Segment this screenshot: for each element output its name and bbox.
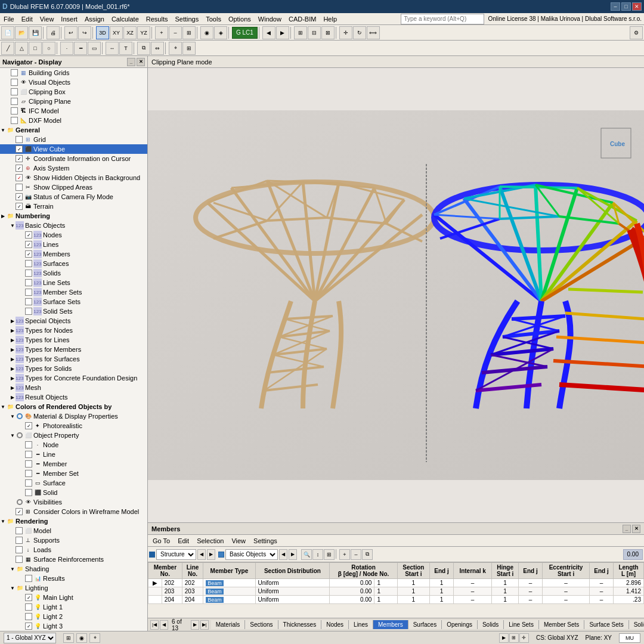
tree-item-clipped-areas[interactable]: ✂ Show Clipped Areas: [0, 182, 147, 192]
expand-colors[interactable]: ▼: [0, 402, 6, 411]
panel-menu-settings[interactable]: Settings: [250, 536, 281, 546]
tree-item-special-objects[interactable]: ▶ 123 Special Objects: [0, 316, 147, 326]
expand-light2[interactable]: [19, 612, 25, 621]
render-button[interactable]: ◉: [200, 26, 213, 39]
check-axis[interactable]: [16, 165, 23, 172]
tree-item-material-display[interactable]: ▼ 🎨 Material & Display Properties: [0, 411, 147, 421]
menu-cad-bim[interactable]: CAD-BIM: [285, 13, 320, 24]
status-tool-3[interactable]: ✛: [519, 633, 529, 643]
expand-hidden-bg[interactable]: [10, 173, 16, 182]
tree-item-mesh[interactable]: ▶ 123 Mesh: [0, 383, 147, 392]
page-last-btn[interactable]: ▶|: [200, 620, 209, 630]
tree-item-visual-objects[interactable]: 👁 Visual Objects: [0, 78, 147, 87]
tab-materials[interactable]: Materials: [211, 620, 246, 629]
check-lines[interactable]: [25, 241, 32, 248]
tree-item-colors[interactable]: ▼ 📁 Colors of Rendered Objects by: [0, 402, 147, 411]
text-button[interactable]: T: [119, 42, 132, 55]
tree-item-types-members[interactable]: ▶ 123 Types for Members: [0, 345, 147, 354]
menu-view[interactable]: View: [36, 13, 58, 24]
dim-button[interactable]: ↔: [106, 42, 119, 55]
tab-lines[interactable]: Lines: [349, 620, 373, 629]
save-button[interactable]: 💾: [29, 26, 42, 39]
tree-item-line[interactable]: ━ Line: [0, 450, 147, 459]
radio-material-display[interactable]: [17, 413, 23, 419]
check-clipped-areas[interactable]: [16, 184, 23, 191]
tree-item-solids[interactable]: 123 Solids: [0, 268, 147, 278]
check-solid-sets[interactable]: [25, 308, 32, 315]
tab-openings[interactable]: Openings: [442, 620, 478, 629]
tree-item-member[interactable]: ━ Member: [0, 459, 147, 469]
check-building-grids[interactable]: [11, 69, 18, 76]
expand-shading[interactable]: ▼: [10, 564, 16, 574]
viewport-3d[interactable]: Cube: [148, 68, 644, 522]
view-3d-button[interactable]: 3D: [96, 26, 109, 39]
expand-object-property[interactable]: ▼: [10, 431, 16, 440]
filter-next-btn[interactable]: ▶: [207, 549, 215, 560]
status-tool-2[interactable]: ⊞: [509, 633, 519, 643]
expand-surfaces-nav[interactable]: [19, 259, 25, 268]
panel-menu-selection[interactable]: Selection: [193, 536, 227, 546]
page-prev-btn[interactable]: ◀: [160, 620, 168, 630]
surface-button[interactable]: ▭: [88, 42, 101, 55]
table-insert-btn[interactable]: +: [339, 549, 350, 560]
tree-item-result-objects[interactable]: ▶ 123 Result Objects: [0, 392, 147, 402]
tree-item-hidden-bg[interactable]: 👁 Show Hidden Objects in Background: [0, 173, 147, 182]
tree-item-model[interactable]: ⬜ Model: [0, 526, 147, 535]
tree-item-axis[interactable]: ⊕ Axis System: [0, 163, 147, 173]
expand-member[interactable]: [19, 459, 25, 469]
menu-calculate[interactable]: Calculate: [108, 13, 143, 24]
check-coord-info[interactable]: [16, 155, 23, 162]
check-model[interactable]: [16, 527, 23, 534]
expand-types-nodes[interactable]: ▶: [10, 326, 16, 335]
check-main-light[interactable]: [25, 594, 32, 601]
check-node[interactable]: [25, 441, 32, 448]
expand-types-lines[interactable]: ▶: [10, 335, 16, 345]
tree-item-types-solids[interactable]: ▶ 123 Types for Solids: [0, 364, 147, 373]
expand-numbering[interactable]: ▶: [0, 211, 6, 221]
tab-line-sets[interactable]: Line Sets: [504, 620, 539, 629]
expand-line-sets[interactable]: [19, 278, 25, 287]
new-button[interactable]: 📄: [1, 26, 14, 39]
expand-members-nav[interactable]: [19, 249, 25, 259]
select-all-button[interactable]: ⊞: [294, 26, 307, 39]
panel-menu-goto[interactable]: Go To: [149, 536, 174, 546]
panel-menu-edit[interactable]: Edit: [174, 536, 193, 546]
deselect-button[interactable]: ⊟: [308, 26, 321, 39]
table-delete-btn[interactable]: –: [351, 549, 361, 560]
check-surface-reinforcements[interactable]: [16, 556, 23, 563]
expand-main-light[interactable]: [19, 593, 25, 602]
minimize-button[interactable]: –: [611, 2, 620, 11]
view-xz-button[interactable]: XZ: [123, 26, 137, 39]
menu-options[interactable]: Options: [225, 13, 255, 24]
expand-loads[interactable]: [10, 545, 16, 555]
draw-poly-button[interactable]: △: [15, 42, 28, 55]
expand-clipping-plane[interactable]: [5, 97, 11, 106]
tree-item-solid-sets[interactable]: 123 Solid Sets: [0, 306, 147, 316]
tree-item-terrain[interactable]: 🏔 Terrain: [0, 202, 147, 211]
check-surface-sets[interactable]: [25, 298, 32, 305]
expand-solids[interactable]: [19, 268, 25, 278]
tree-item-rendering[interactable]: ▼ 📁 Rendering: [0, 516, 147, 526]
expand-lines[interactable]: [19, 240, 25, 249]
settings-button[interactable]: ⚙: [630, 26, 643, 39]
tree-item-supports[interactable]: ⊥ Supports: [0, 535, 147, 545]
check-supports[interactable]: [16, 537, 23, 544]
tree-item-surface-reinforcements[interactable]: ▦ Surface Reinforcements: [0, 555, 147, 564]
tree-item-members[interactable]: 123 Members: [0, 249, 147, 259]
check-visual-objects[interactable]: [11, 79, 18, 86]
tree-item-building-grids[interactable]: ▦ Building Grids: [0, 68, 147, 78]
expand-material-display[interactable]: ▼: [10, 411, 16, 421]
tree-item-lighting[interactable]: ▼ 📁 Lighting: [0, 583, 147, 593]
nav-prev-button[interactable]: ◀: [262, 26, 275, 39]
invert-sel-button[interactable]: ⊠: [321, 26, 335, 39]
expand-special-objects[interactable]: ▶: [10, 316, 16, 326]
tree-item-types-lines[interactable]: ▶ 123 Types for Lines: [0, 335, 147, 345]
tree-item-general[interactable]: ▼ 📁 General: [0, 125, 147, 135]
node-button[interactable]: ·: [60, 42, 73, 55]
tree-item-dxf-model[interactable]: 📐 DXF Model: [0, 116, 147, 125]
check-light1[interactable]: [25, 603, 32, 611]
expand-shading-results[interactable]: [19, 574, 25, 583]
menu-settings[interactable]: Settings: [171, 13, 202, 24]
tree-item-grid[interactable]: ⊞ Grid: [0, 135, 147, 144]
tree-item-surfaces-nav[interactable]: 123 Surfaces: [0, 259, 147, 268]
